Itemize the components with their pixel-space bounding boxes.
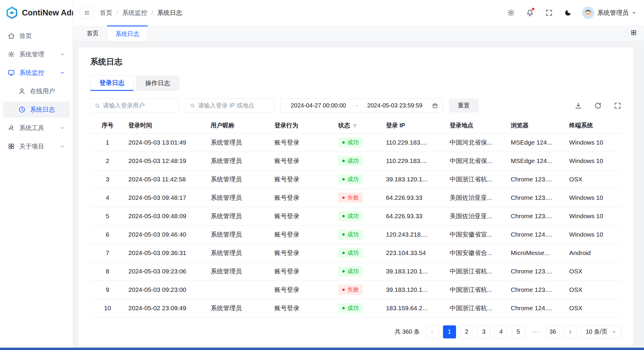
user-menu[interactable]: 系统管理员 [582,7,636,19]
expand-table-button[interactable] [614,102,621,110]
pagination-pages: 12345···36 [443,325,559,338]
cell-os: OSX [566,281,621,299]
status-badge: 成功 [338,156,363,166]
sidebar-item-online-users[interactable]: 在线用户 [3,83,70,99]
cell-ip: 64.226.93.33 [382,207,446,225]
sidebar-item-system-monitor[interactable]: 系统监控 [3,65,70,81]
table-row[interactable]: 102024-05-02 23:09:49系统管理员账号登录成功183.159.… [90,299,621,317]
pagination-page-5[interactable]: 5 [512,325,525,338]
cell-ip: 110.229.183.... [382,152,446,170]
cell-os: Windows 10 [566,225,621,244]
table-row[interactable]: 22024-05-03 12:48:19系统管理员账号登录成功110.229.1… [90,152,621,170]
cell-nickname: 系统管理员 [207,299,271,317]
topbar: 首页 / 系统监控 / 系统日志 [73,0,644,26]
pagination-page-3[interactable]: 3 [477,325,490,338]
cell-os: Windows 10 [566,189,621,207]
nav-tab-label: 首页 [87,29,99,37]
sidebar-item-home[interactable]: 首页 [3,28,70,44]
topbar-actions: 系统管理员 [506,7,636,19]
search-icon [95,103,100,109]
breadcrumb-item[interactable]: 首页 [100,9,112,17]
pagination-page-4[interactable]: 4 [495,325,508,338]
pagination-page-1[interactable]: 1 [443,325,456,338]
calendar-icon [432,103,438,109]
cell-index: 1 [90,133,125,152]
status-dot [342,178,345,180]
table-row[interactable]: 62024-05-03 09:46:40系统管理员账号登录成功120.243.2… [90,225,621,244]
page-size-value: 10 条/页 [586,328,607,336]
cell-location: 中国浙江省杭... [446,281,507,299]
chevron-up-icon [60,70,65,75]
status-dot [342,215,345,217]
nav-tab-home[interactable]: 首页 [78,26,107,41]
sidebar-item-system-management[interactable]: 系统管理 [3,46,70,62]
page-size-select[interactable]: 10 条/页 [581,325,621,338]
cell-os: OSX [566,262,621,281]
cell-browser: MicroMesse... [507,244,566,262]
col-os: 终端系统 [566,118,621,133]
chevron-left-icon [430,329,435,335]
table-row[interactable]: 92024-05-03 09:23:00账号登录失败39.183.120.1..… [90,281,621,299]
refresh-button[interactable] [594,102,602,110]
tab-operation-log[interactable]: 操作日志 [136,75,179,91]
table-row[interactable]: 82024-05-03 09:23:06系统管理员账号登录成功39.183.12… [90,262,621,281]
cell-action: 账号登录 [271,152,335,170]
chevron-down-icon [60,125,65,131]
nav-tab-system-logs[interactable]: 系统日志 [107,26,148,41]
pagination-ellipsis[interactable]: ··· [529,325,542,338]
status-badge: 成功 [338,137,363,148]
cell-login-time: 2024-05-03 09:48:09 [125,207,207,225]
table-row[interactable]: 42024-05-03 09:48:17系统管理员账号登录失败64.226.93… [90,189,621,207]
export-button[interactable] [575,102,582,110]
login-user-input[interactable] [103,102,175,109]
brand[interactable]: ContiNew Admin [0,0,73,26]
status-badge: 成功 [338,174,363,184]
search-icon [190,103,195,109]
date-range-picker[interactable]: 2024-04-27 00:00:00 - 2024-05-03 23:59:5… [280,99,443,113]
table-row[interactable]: 72024-05-03 09:36:31系统管理员账号登录成功223.104.3… [90,244,621,262]
date-separator: - [356,102,358,109]
tab-login-log[interactable]: 登录日志 [90,75,134,91]
cell-status: 成功 [335,170,382,189]
sidebar-item-system-logs[interactable]: 系统日志 [3,102,70,118]
cell-login-time: 2024-05-03 09:46:40 [125,225,207,244]
sidebar-item-label: 系统工具 [19,124,55,132]
cell-ip: 183.159.64.2... [382,299,446,317]
fullscreen-icon [545,9,553,17]
cell-location: 美国佐治亚亚... [446,207,507,225]
fullscreen-button[interactable] [544,8,554,18]
date-end-value: 2024-05-03 23:59:59 [362,102,428,109]
cell-ip: 39.183.120.1... [382,170,446,189]
pagination-next-button[interactable] [564,325,577,338]
login-ip-input[interactable] [198,102,270,109]
reset-button[interactable]: 重置 [449,99,479,113]
settings-button[interactable] [506,8,516,18]
table-row[interactable]: 12024-05-03 13:01:49系统管理员账号登录成功110.229.1… [90,133,621,152]
breadcrumb-item[interactable]: 系统监控 [122,9,147,17]
sidebar-collapse-button[interactable] [81,7,93,19]
breadcrumb-separator: / [116,9,118,16]
table-row[interactable]: 32024-05-03 11:42:58系统管理员账号登录成功39.183.12… [90,170,621,189]
filter-icon[interactable] [352,123,357,128]
main-column: 首页 / 系统监控 / 系统日志 [73,0,644,350]
pagination-page-36[interactable]: 36 [546,325,559,338]
cell-status: 成功 [335,207,382,225]
pagination-page-2[interactable]: 2 [460,325,473,338]
login-ip-search[interactable] [185,99,274,113]
dark-mode-button[interactable] [563,8,573,18]
cell-login-time: 2024-05-03 13:01:49 [125,133,207,152]
cell-location: 中国河北省保... [446,152,507,170]
pagination-prev-button[interactable] [426,325,439,338]
sidebar-item-about-project[interactable]: 关于项目 [3,138,70,154]
sidebar-item-system-tools[interactable]: 系统工具 [3,120,70,136]
cell-location: 中国安徽省合... [446,244,507,262]
cell-location: 中国浙江省杭... [446,170,507,189]
notifications-button[interactable] [525,8,535,18]
cell-location: 中国浙江省杭... [446,299,507,317]
cell-index: 8 [90,262,125,281]
login-user-search[interactable] [90,99,179,113]
tab-list-button[interactable] [630,29,637,37]
table-row[interactable]: 52024-05-03 09:48:09系统管理员账号登录成功64.226.93… [90,207,621,225]
bottom-scrollbar[interactable] [0,348,644,350]
cell-action: 账号登录 [271,189,335,207]
